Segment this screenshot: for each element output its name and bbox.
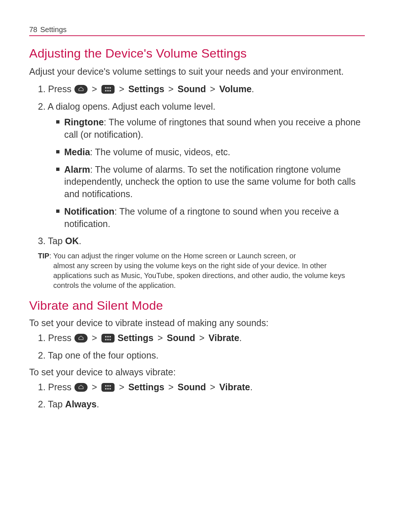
step-number: 2. — [38, 101, 47, 112]
step-2: 2. A dialog opens. Adjust each volume le… — [38, 101, 365, 113]
step-text: Tap — [48, 399, 65, 409]
step-text: Tap — [48, 236, 65, 246]
svg-rect-6 — [107, 90, 109, 91]
steps-vibrate-b: 1. Press > > Settings > Sound > Vibrate.… — [38, 381, 365, 411]
tip-label: TIP — [38, 252, 49, 260]
steps-vibrate-a: 1. Press > Settings > Sound > Vibrate. 2… — [38, 332, 365, 362]
svg-rect-16 — [74, 383, 88, 392]
step-number: 1. — [38, 84, 48, 94]
bullet-term: Media — [64, 147, 90, 157]
page-section-label: Settings — [40, 26, 66, 34]
svg-rect-1 — [101, 85, 115, 94]
bullet-text: : The volume of alarms. To set the notif… — [64, 164, 356, 199]
step-number: 1. — [38, 333, 48, 343]
step-b1: 1. Press > > Settings > Sound > Vibrate. — [38, 381, 365, 395]
path-vibrate: Vibrate — [219, 382, 250, 392]
svg-rect-22 — [107, 388, 109, 390]
bullet-term: Notification — [64, 206, 115, 216]
tip-block: TIP: You can adjust the ringer volume on… — [38, 251, 365, 290]
step-number: 2. — [38, 399, 48, 409]
step-text: Press — [48, 84, 74, 94]
running-header: 78 Settings — [29, 26, 365, 36]
path-vibrate: Vibrate — [209, 333, 239, 343]
apps-key-icon — [101, 333, 115, 346]
home-key-icon — [74, 383, 88, 395]
bullet-term: Alarm — [64, 164, 90, 175]
heading-vibrate-silent: Vibrate and Silent Mode — [29, 298, 365, 313]
bullet-alarm: Alarm: The volume of alarms. To set the … — [64, 164, 365, 200]
svg-rect-2 — [105, 87, 107, 89]
svg-rect-7 — [109, 90, 111, 91]
path-sound: Sound — [178, 84, 206, 94]
period: . — [252, 84, 254, 94]
tip-text-first: : You can adjust the ringer volume on th… — [49, 252, 296, 260]
path-sound: Sound — [178, 382, 206, 392]
svg-rect-12 — [109, 336, 111, 337]
always-label: Always — [65, 399, 97, 409]
svg-rect-23 — [109, 388, 111, 390]
bullet-text: : The volume of ringtones that sound whe… — [64, 117, 361, 140]
svg-rect-20 — [109, 385, 111, 387]
intro-text: Adjust your device's volume settings to … — [29, 66, 365, 78]
breadcrumb-separator: > — [209, 382, 217, 392]
svg-rect-3 — [107, 87, 109, 89]
apps-key-icon — [101, 85, 115, 97]
path-settings: Settings — [117, 333, 154, 343]
svg-rect-14 — [107, 339, 109, 340]
svg-rect-5 — [105, 90, 107, 91]
subhead-vibrate-instead: To set your device to vibrate instead of… — [29, 318, 365, 328]
svg-rect-15 — [109, 339, 111, 340]
page-number: 78 — [29, 26, 37, 34]
step-text: Press — [48, 333, 74, 343]
svg-rect-18 — [105, 385, 107, 387]
step-number: 2. — [38, 350, 48, 360]
svg-rect-9 — [101, 334, 115, 343]
breadcrumb-separator: > — [117, 382, 126, 392]
breadcrumb-separator: > — [167, 84, 175, 94]
breadcrumb-separator: > — [90, 333, 99, 343]
bullet-media: Media: The volume of music, videos, etc. — [64, 146, 365, 159]
svg-rect-0 — [74, 85, 88, 94]
path-sound: Sound — [167, 333, 195, 343]
breadcrumb-separator: > — [198, 333, 206, 343]
tip-text-rest: almost any screen by using the volume ke… — [53, 261, 365, 290]
bullet-notification: Notification: The volume of a ringtone t… — [64, 206, 365, 230]
svg-rect-8 — [74, 334, 88, 343]
path-settings: Settings — [128, 382, 165, 392]
bullet-ringtone: Ringtone: The volume of ringtones that s… — [64, 116, 365, 141]
period: . — [250, 382, 252, 392]
period: . — [79, 236, 81, 246]
svg-rect-11 — [107, 336, 109, 337]
step-text: Tap one of the four options. — [48, 350, 158, 360]
period: . — [97, 399, 99, 409]
step-1: 1. Press > > Settings > Sound > Volume. — [38, 83, 365, 97]
breadcrumb-separator: > — [90, 382, 99, 392]
bullet-term: Ringtone — [64, 117, 104, 127]
period: . — [239, 333, 242, 343]
bullet-text: : The volume of music, videos, etc. — [90, 147, 230, 157]
svg-rect-13 — [105, 339, 107, 340]
breadcrumb-separator: > — [167, 382, 175, 392]
steps-volume: 1. Press > > Settings > Sound > Volume. … — [38, 83, 365, 247]
step-a2: 2. Tap one of the four options. — [38, 349, 365, 362]
breadcrumb-separator: > — [156, 333, 165, 343]
heading-volume-settings: Adjusting the Device's Volume Settings — [29, 46, 365, 60]
breadcrumb-separator: > — [90, 84, 99, 94]
breadcrumb-separator: > — [117, 84, 126, 94]
svg-rect-21 — [105, 388, 107, 390]
apps-key-icon — [101, 383, 115, 395]
volume-bullets: Ringtone: The volume of ringtones that s… — [57, 116, 365, 230]
subhead-always-vibrate: To set your device to always vibrate: — [29, 367, 365, 378]
svg-rect-10 — [105, 336, 107, 337]
svg-rect-19 — [107, 385, 109, 387]
svg-rect-4 — [109, 87, 111, 89]
svg-rect-17 — [101, 383, 115, 392]
ok-label: OK — [65, 236, 79, 246]
path-volume: Volume — [219, 84, 251, 94]
step-number: 3. — [38, 236, 48, 246]
step-text: A dialog opens. Adjust each volume level… — [47, 101, 215, 112]
path-settings: Settings — [128, 84, 165, 94]
home-key-icon — [74, 85, 88, 97]
step-a1: 1. Press > Settings > Sound > Vibrate. — [38, 332, 365, 346]
manual-page: 78 Settings Adjusting the Device's Volum… — [0, 0, 394, 436]
